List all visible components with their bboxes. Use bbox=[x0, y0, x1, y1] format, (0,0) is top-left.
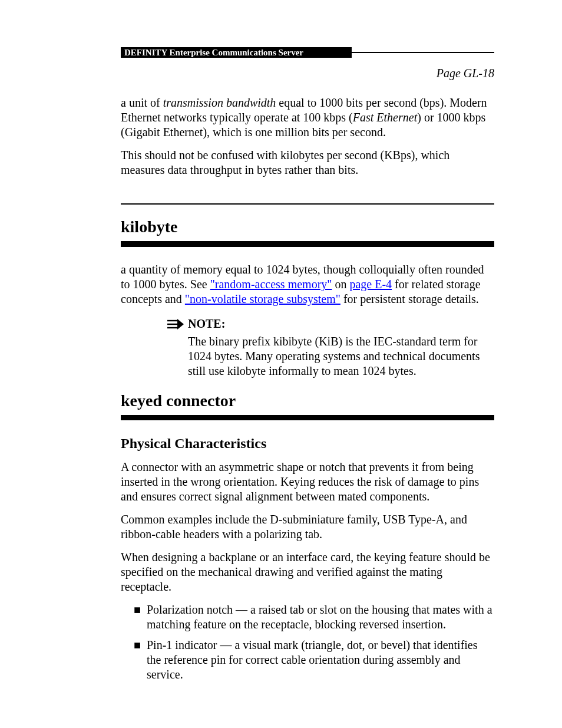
document-page: DEFINITY Enterprise Communications Serve… bbox=[0, 0, 562, 728]
note-label: NOTE: bbox=[188, 317, 225, 331]
link-nonvolatile-storage[interactable]: "non-volatile storage subsystem" bbox=[185, 292, 340, 305]
section-heading-keyed-connector: keyed connector bbox=[121, 391, 494, 410]
intro-italic-2: Fast Ethernet bbox=[353, 111, 417, 124]
bullet-text-1: Polarization notch — a raised tab or slo… bbox=[147, 602, 494, 632]
thin-rule-1 bbox=[121, 203, 494, 205]
section-heading-kilobyte: kilobyte bbox=[121, 218, 494, 236]
bullet-marker: ■ bbox=[134, 638, 147, 682]
header-title: DEFINITY Enterprise Communications Serve… bbox=[124, 48, 303, 58]
intro-p1-prefix: a unit of bbox=[121, 96, 163, 109]
list-item: ■ Pin-1 indicator — a visual mark (trian… bbox=[134, 638, 494, 682]
header-black-bar: DEFINITY Enterprise Communications Serve… bbox=[121, 47, 352, 58]
intro-italic-1: transmission bandwidth bbox=[163, 96, 276, 109]
section2-paragraph-2: Common examples include the D-subminiatu… bbox=[121, 512, 494, 542]
bullet-marker: ■ bbox=[134, 602, 147, 632]
subheading-physical: Physical Characteristics bbox=[121, 436, 494, 452]
section-paragraph: a quantity of memory equal to 1024 bytes… bbox=[121, 262, 494, 307]
page-header: DEFINITY Enterprise Communications Serve… bbox=[121, 44, 494, 61]
section2-paragraph-1: A connector with an asymmetric shape or … bbox=[121, 460, 494, 504]
intro-paragraph-1: a unit of transmission bandwidth equal t… bbox=[121, 95, 494, 140]
bullet-text-2: Pin-1 indicator — a visual mark (triangl… bbox=[147, 638, 494, 682]
svg-marker-3 bbox=[177, 319, 184, 330]
header-rule bbox=[352, 52, 494, 53]
thick-rule-1 bbox=[121, 241, 494, 247]
note-body: The binary prefix kibibyte (KiB) is the … bbox=[121, 334, 494, 378]
link-random-access-memory[interactable]: "random-access memory" bbox=[210, 278, 332, 291]
list-item: ■ Polarization notch — a raised tab or s… bbox=[134, 602, 494, 632]
intro-paragraph-2: This should not be confused with kilobyt… bbox=[121, 148, 494, 177]
page-number-text: Page GL-18 bbox=[437, 67, 494, 80]
bullet-list: ■ Polarization notch — a raised tab or s… bbox=[121, 602, 494, 682]
section2-paragraph-3: When designing a backplane or an interfa… bbox=[121, 550, 494, 594]
section-text-between: on bbox=[332, 278, 349, 291]
note-arrow-icon bbox=[167, 318, 184, 330]
note-block: NOTE: bbox=[121, 317, 494, 331]
page-number: Page GL-18 bbox=[121, 67, 494, 80]
thick-rule-2 bbox=[121, 415, 494, 420]
section-text-trailing: for persistent storage details. bbox=[340, 292, 479, 305]
link-page-e4[interactable]: page E-4 bbox=[349, 278, 392, 291]
